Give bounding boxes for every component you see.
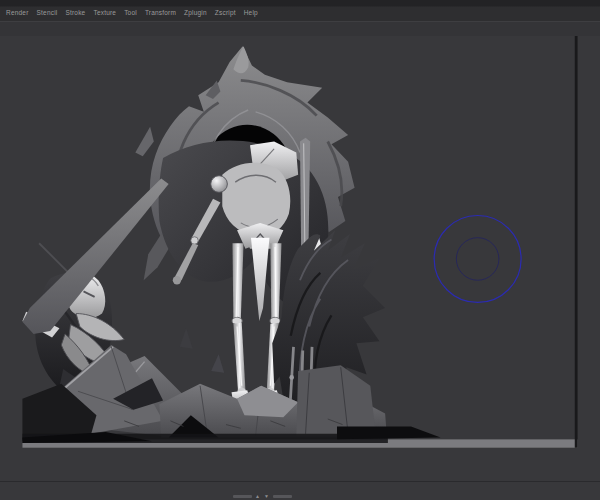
bottom-tray-handle[interactable]: ▲ ▼: [233, 494, 292, 499]
menu-items: Render Stencil Stroke Texture Tool Trans…: [6, 8, 258, 18]
menu-zplugin[interactable]: Zplugin: [184, 8, 207, 18]
menu-render[interactable]: Render: [6, 8, 29, 18]
brush-cursor[interactable]: [434, 215, 521, 302]
menu-transform[interactable]: Transform: [145, 8, 176, 18]
menu-texture[interactable]: Texture: [93, 8, 116, 18]
bottom-bar: ▲ ▼: [0, 481, 600, 500]
brush-cursor-outer-ring: [434, 215, 521, 302]
menu-zscript[interactable]: Zscript: [215, 8, 236, 18]
canvas-right-edge: [575, 36, 578, 448]
document-canvas[interactable]: [0, 36, 600, 481]
tray-arrow-down-icon[interactable]: ▼: [264, 494, 270, 499]
menu-stencil[interactable]: Stencil: [37, 8, 58, 18]
menu-help[interactable]: Help: [244, 8, 258, 18]
zbrush-window: Render Stencil Stroke Texture Tool Trans…: [0, 0, 600, 500]
tray-handle-bar-left[interactable]: [233, 495, 252, 498]
brush-cursor-inner-ring: [456, 238, 499, 281]
sculpture-3d-model[interactable]: [0, 36, 600, 481]
tray-arrow-up-icon[interactable]: ▲: [255, 494, 261, 499]
legs: [232, 223, 284, 411]
menu-stroke[interactable]: Stroke: [65, 8, 85, 18]
menu-bar: Render Stencil Stroke Texture Tool Trans…: [0, 0, 600, 21]
menu-tool[interactable]: Tool: [124, 8, 137, 18]
toolbar-strip: [0, 21, 600, 36]
tray-handle-bar-right[interactable]: [273, 495, 292, 498]
